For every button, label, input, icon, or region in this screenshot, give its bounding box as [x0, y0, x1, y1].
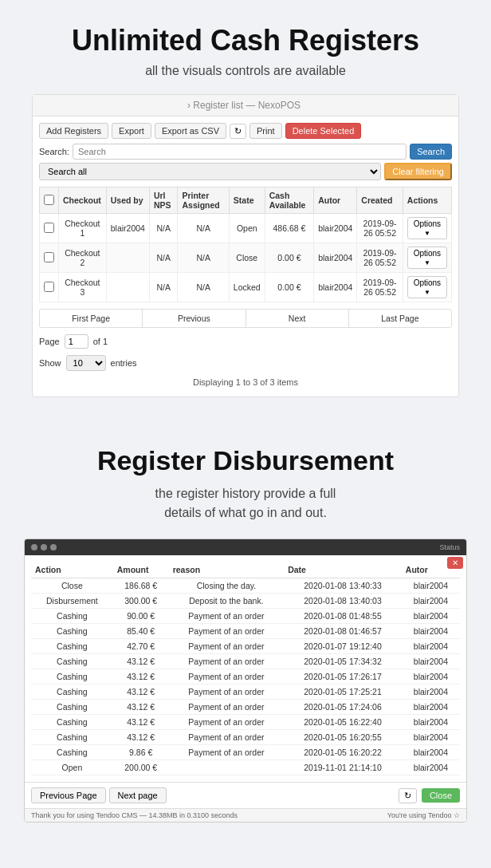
dcell-date: 2020-01-05 17:34:32: [284, 654, 402, 669]
select-all-checkbox[interactable]: [44, 195, 54, 205]
search-label: Search:: [39, 147, 69, 156]
col-printer: Printer Assigned: [178, 187, 229, 214]
options-button[interactable]: Options: [407, 247, 447, 269]
cell-cash: 0.00 €: [265, 243, 313, 273]
of-label: of 1: [93, 337, 108, 346]
previous-page-button-modal[interactable]: Previous Page: [31, 787, 106, 803]
dcell-action: Disbursement: [31, 594, 113, 609]
close-modal-button[interactable]: Close: [422, 788, 460, 803]
dcell-amount: 43.12 €: [113, 700, 169, 715]
col-autor: Autor: [314, 187, 357, 214]
dcell-action: Cashing: [31, 730, 113, 745]
refresh-button[interactable]: ↻: [230, 124, 246, 139]
row-checkbox[interactable]: [44, 252, 54, 262]
cell-created: 2019-09-26 05:52: [357, 243, 403, 273]
disbursement-row: Cashing 9.86 € Payment of an order 2020-…: [31, 745, 460, 760]
row-checkbox-cell: [40, 214, 59, 243]
dcell-autor: blair2004: [402, 609, 460, 624]
row-checkbox[interactable]: [44, 282, 54, 292]
cell-autor: blair2004: [314, 214, 357, 243]
filter-select[interactable]: Search all: [39, 163, 381, 180]
dcell-autor: blair2004: [402, 639, 460, 654]
cell-url-nps: N/A: [149, 214, 178, 243]
cell-state: Locked: [229, 273, 265, 302]
dcell-reason: Payment of an order: [169, 685, 284, 700]
dcell-date: 2020-01-05 17:24:06: [284, 700, 402, 715]
dcell-reason: [169, 760, 284, 775]
last-page-button[interactable]: Last Page: [349, 310, 451, 327]
dcell-reason: Payment of an order: [169, 700, 284, 715]
dot-2: [41, 544, 47, 550]
dcell-reason: Deposit to the bank.: [169, 594, 284, 609]
col-date: Date: [284, 562, 402, 578]
dcell-amount: 43.12 €: [113, 685, 169, 700]
disbursement-row: Close 186.68 € Closing the day. 2020-01-…: [31, 578, 460, 594]
col-reason: reason: [169, 562, 284, 578]
second-section: Register Disbursement the register histo…: [0, 413, 491, 838]
disbursement-row: Disbursement 300.00 € Deposit to the ban…: [31, 594, 460, 609]
dcell-amount: 9.86 €: [113, 745, 169, 760]
status-bar: Thank you for using Tendoo CMS — 14.38MB…: [25, 808, 466, 822]
dcell-date: 2020-01-05 16:20:22: [284, 745, 402, 760]
search-input[interactable]: [73, 144, 407, 160]
export-csv-button[interactable]: Export as CSV: [155, 123, 226, 139]
modal-x-button[interactable]: ✕: [447, 557, 463, 569]
options-button[interactable]: Options: [407, 276, 447, 298]
disbursement-row: Cashing 90.00 € Payment of an order 2020…: [31, 609, 460, 624]
disbursement-row: Cashing 43.12 € Payment of an order 2020…: [31, 715, 460, 730]
first-page-button[interactable]: First Page: [40, 310, 143, 327]
disbursement-row: Cashing 42.70 € Payment of an order 2020…: [31, 639, 460, 654]
options-button[interactable]: Options: [407, 217, 447, 239]
dcell-autor: blair2004: [402, 745, 460, 760]
toolbar: Add Registers Export Export as CSV ↻ Pri…: [39, 123, 452, 139]
cell-checkout: Checkout 3: [59, 273, 107, 302]
dcell-date: 2019-11-01 21:14:10: [284, 760, 402, 775]
dot-3: [50, 544, 57, 550]
row-checkbox-cell: [40, 273, 59, 302]
dcell-reason: Payment of an order: [169, 639, 284, 654]
add-registers-button[interactable]: Add Registers: [39, 123, 108, 139]
cell-autor: blair2004: [314, 273, 357, 302]
main-title: Unlimited Cash Registers: [16, 24, 475, 57]
disbursement-row: Cashing 43.12 € Payment of an order 2020…: [31, 669, 460, 685]
disbursement-table: Action Amount reason Date Autor Close 18…: [31, 562, 460, 775]
panel-header-text: › Register list — NexoPOS: [187, 100, 300, 111]
entries-select[interactable]: 10 25 50: [66, 355, 106, 371]
disbursement-table-head: Action Amount reason Date Autor: [31, 562, 460, 578]
dcell-action: Cashing: [31, 745, 113, 760]
row-checkbox[interactable]: [44, 223, 54, 233]
next-page-button-modal[interactable]: Next page: [109, 787, 167, 803]
cell-used-by: [106, 273, 149, 302]
topbar-right: Status: [439, 543, 460, 551]
print-button[interactable]: Print: [249, 123, 282, 139]
modal-footer: Previous Page Next page ↻ Close: [25, 782, 466, 808]
cell-autor: blair2004: [314, 243, 357, 273]
pagination-row: First Page Previous Next Last Page: [39, 309, 452, 328]
dcell-reason: Payment of an order: [169, 654, 284, 669]
show-row: Show 10 25 50 entries: [39, 352, 452, 374]
previous-page-button[interactable]: Previous: [143, 310, 246, 327]
clear-filtering-button[interactable]: Clear filtering: [384, 163, 452, 180]
refresh-modal-button[interactable]: ↻: [399, 788, 417, 803]
dcell-autor: blair2004: [402, 654, 460, 669]
dcell-reason: Payment of an order: [169, 624, 284, 639]
disbursement-modal: Status ✕ Action Amount reason Date Autor…: [24, 539, 467, 823]
dcell-reason: Payment of an order: [169, 715, 284, 730]
col-cash: Cash Available: [265, 187, 313, 214]
cell-actions: Options: [403, 243, 451, 273]
col-checkbox: [40, 187, 59, 214]
table-row: Checkout 3 N/A N/A Locked 0.00 € blair20…: [40, 273, 452, 302]
dcell-autor: blair2004: [402, 760, 460, 775]
cell-state: Close: [229, 243, 265, 273]
export-button[interactable]: Export: [112, 123, 151, 139]
footer-right: ↻ Close: [399, 788, 460, 803]
search-button[interactable]: Search: [410, 144, 452, 160]
cell-actions: Options: [403, 214, 451, 243]
dcell-amount: 300.00 €: [113, 594, 169, 609]
top-section: Unlimited Cash Registers all the visuals…: [0, 0, 491, 413]
delete-selected-button[interactable]: Delete Selected: [285, 123, 362, 139]
second-title: Register Disbursement: [16, 445, 475, 476]
next-page-button[interactable]: Next: [246, 310, 349, 327]
dcell-date: 2020-01-05 17:25:21: [284, 685, 402, 700]
page-number-input[interactable]: [65, 334, 88, 349]
